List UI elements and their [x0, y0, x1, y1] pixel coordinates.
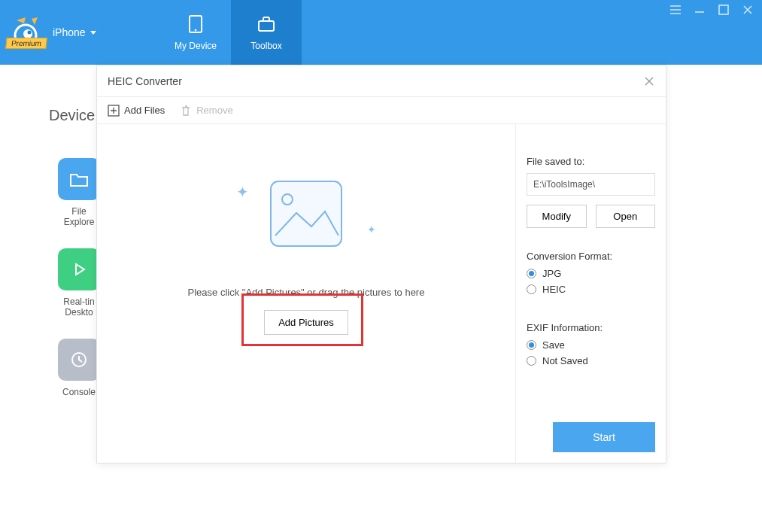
saved-to-label: File saved to: — [527, 156, 655, 167]
add-files-button[interactable]: Add Files — [108, 105, 165, 117]
sidebar-item-console[interactable]: Console — [56, 339, 102, 397]
window-controls — [669, 3, 754, 17]
tab-label: My Device — [175, 41, 217, 51]
button-label: Remove — [196, 105, 232, 116]
drop-hint-text: Please click "Add Pictures" or drag the … — [188, 287, 425, 298]
remove-button: Remove — [180, 105, 232, 117]
premium-badge: Premium — [5, 38, 47, 49]
sidebar-item-file-explorer[interactable]: File Explore — [56, 158, 102, 227]
save-path-input[interactable] — [527, 173, 655, 196]
exif-label: EXIF Information: — [527, 322, 655, 333]
logo-area: Premium iPhone — [0, 0, 160, 65]
sidebar-item-realtime-desktop[interactable]: Real-tin Deskto — [56, 248, 102, 318]
close-icon[interactable] — [741, 3, 754, 17]
play-icon — [58, 248, 100, 290]
top-bar: Premium iPhone My Device Toolbox — [0, 0, 762, 65]
radio-label: HEIC — [542, 284, 566, 295]
open-button[interactable]: Open — [596, 205, 656, 228]
main-tabs: My Device Toolbox — [160, 0, 302, 65]
format-label: Conversion Format: — [527, 251, 655, 262]
sidebar-item-label: File Explore — [56, 206, 102, 227]
exif-radio-save[interactable]: Save — [527, 339, 655, 351]
radio-icon — [527, 340, 536, 350]
radio-label: JPG — [542, 268, 561, 279]
section-heading: Device — [49, 107, 95, 124]
format-radio-jpg[interactable]: JPG — [527, 268, 655, 279]
svg-rect-6 — [719, 5, 728, 14]
sparkle-icon: ✦ — [236, 183, 249, 201]
image-placeholder-icon: ✦ ✦ — [257, 177, 355, 252]
drop-area[interactable]: ✦ ✦ Please click "Add Pictures" or drag … — [97, 124, 515, 463]
svg-marker-7 — [76, 264, 84, 275]
add-pictures-button[interactable]: Add Pictures — [264, 310, 348, 335]
modal-header: HEIC Converter — [97, 65, 666, 97]
trash-icon — [180, 105, 192, 117]
modal-close-button[interactable] — [643, 75, 655, 87]
radio-label: Not Saved — [542, 355, 588, 366]
svg-point-4 — [195, 29, 197, 32]
minimize-icon[interactable] — [693, 3, 706, 17]
radio-icon — [527, 356, 536, 366]
start-button[interactable]: Start — [553, 422, 655, 452]
format-radio-heic[interactable]: HEIC — [527, 284, 655, 295]
modal-toolbar: Add Files Remove — [97, 97, 666, 124]
radio-icon — [527, 284, 536, 294]
modify-button[interactable]: Modify — [527, 205, 587, 228]
heic-converter-modal: HEIC Converter Add Files Remove ✦ ✦ — [96, 65, 666, 464]
chevron-down-icon — [90, 31, 96, 35]
menu-icon[interactable] — [669, 3, 682, 17]
tab-my-device[interactable]: My Device — [160, 0, 231, 65]
svg-rect-5 — [259, 21, 274, 31]
folder-icon — [58, 158, 100, 200]
radio-icon — [527, 269, 536, 278]
svg-point-2 — [28, 31, 32, 35]
sidebar-item-label: Console — [56, 387, 102, 397]
sparkle-icon: ✦ — [367, 223, 376, 236]
options-panel: File saved to: Modify Open Conversion Fo… — [515, 124, 666, 463]
toolbox-icon — [256, 14, 277, 35]
modal-body: ✦ ✦ Please click "Add Pictures" or drag … — [97, 124, 666, 463]
device-selector[interactable]: iPhone — [53, 26, 96, 38]
sidebar-item-label: Real-tin Deskto — [56, 296, 102, 318]
tab-label: Toolbox — [250, 41, 281, 51]
svg-rect-10 — [271, 181, 342, 246]
maximize-icon[interactable] — [717, 3, 730, 17]
plus-square-icon — [108, 105, 120, 117]
radio-label: Save — [542, 339, 565, 351]
tablet-icon — [185, 14, 206, 35]
exif-radio-not-saved[interactable]: Not Saved — [527, 355, 655, 366]
tab-toolbox[interactable]: Toolbox — [231, 0, 302, 65]
modal-title: HEIC Converter — [108, 75, 182, 87]
clock-icon — [58, 339, 100, 381]
button-label: Add Files — [124, 105, 165, 116]
device-label: iPhone — [53, 26, 86, 38]
